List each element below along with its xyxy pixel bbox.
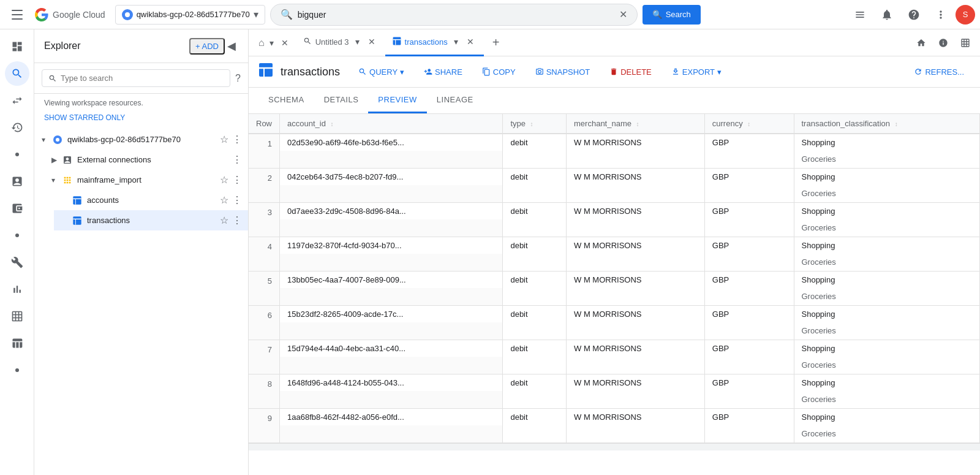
global-search-bar[interactable]: 🔍 ✕	[270, 4, 638, 26]
col-merchant-resize[interactable]: ↕	[636, 121, 639, 127]
tab-grid-btn[interactable]	[956, 33, 975, 53]
lineage-tab[interactable]: LINEAGE	[427, 88, 483, 113]
table-header: transactions QUERY ▾ SHARE COPY SNAPSHOT	[249, 56, 980, 88]
tree-transactions-item[interactable]: transactions ☆ ⋮	[54, 210, 248, 230]
search-button-label: Search	[666, 10, 691, 19]
transactions-label: transactions	[87, 216, 219, 225]
home-tab[interactable]: ⌂ ▾ ✕	[254, 29, 296, 56]
transactions-star-icon[interactable]: ☆	[219, 213, 230, 227]
cell-currency: GBP	[704, 202, 794, 219]
untitled3-tab-close[interactable]: ✕	[366, 36, 378, 48]
rail-table-btn[interactable]	[5, 331, 29, 355]
global-search-input[interactable]	[298, 10, 614, 20]
schema-tab[interactable]: SCHEMA	[258, 88, 314, 113]
new-tab-button[interactable]: +	[486, 33, 506, 53]
user-avatar[interactable]: S	[956, 5, 975, 25]
search-clear-icon[interactable]: ✕	[619, 9, 627, 20]
col-class-resize[interactable]: ↕	[895, 121, 898, 127]
home-tab-close[interactable]: ✕	[279, 37, 291, 49]
query-button[interactable]: QUERY ▾	[352, 64, 410, 80]
home-tab-icon: ⌂	[258, 37, 265, 48]
rail-insights-btn[interactable]	[5, 169, 29, 194]
tree-dataset-item[interactable]: ▾ mainframe_import ☆ ⋮	[44, 170, 248, 190]
tab-home-fill-btn[interactable]	[911, 33, 931, 53]
more-vert-icon-btn[interactable]	[929, 2, 953, 27]
untitled3-tab[interactable]: Untitled 3 ▾ ✕	[296, 29, 385, 56]
export-icon	[671, 67, 680, 76]
query-icon	[358, 67, 367, 76]
explorer-search-area: ?	[34, 63, 248, 94]
table-header-row: Row account_id ↕ type ↕ merchant_name ↕ …	[249, 114, 980, 134]
rail-dashboard-btn[interactable]	[5, 34, 29, 59]
cell-type: debit	[503, 237, 567, 254]
rail-search-btn[interactable]	[5, 61, 29, 86]
tree-project-item[interactable]: ▾ qwiklabs-gcp-02-86d51777be70 ☆ ⋮	[34, 129, 248, 150]
cell-row-num: 6	[249, 305, 280, 340]
rail-transfer-btn[interactable]	[5, 88, 29, 113]
rail-dot2-btn[interactable]	[5, 223, 29, 248]
rail-history-btn[interactable]	[5, 115, 29, 140]
snapshot-button[interactable]: SNAPSHOT	[529, 64, 597, 80]
horizontal-scrollbar[interactable]	[249, 443, 980, 450]
cell-currency-sub	[704, 425, 794, 443]
rail-chart-btn[interactable]	[5, 277, 29, 302]
explorer-search-input[interactable]	[61, 74, 224, 83]
copy-button[interactable]: COPY	[476, 64, 522, 80]
cell-type: debit	[503, 134, 567, 151]
rail-pipeline-btn[interactable]	[5, 196, 29, 221]
collapse-explorer-btn[interactable]: ◀	[225, 37, 238, 55]
tab-info-btn[interactable]	[933, 33, 953, 53]
preview-tab[interactable]: PREVIEW	[368, 88, 426, 113]
table-row-sub: Groceries	[249, 185, 980, 202]
menu-button[interactable]	[5, 2, 29, 27]
project-selector[interactable]: qwiklabs-gcp-02-86d51777be70 ▾	[115, 5, 265, 25]
cell-merchant-sub	[567, 288, 705, 305]
data-table-container[interactable]: Row account_id ↕ type ↕ merchant_name ↕ …	[249, 114, 980, 475]
accounts-star-icon[interactable]: ☆	[219, 193, 230, 207]
project-star-icon[interactable]: ☆	[219, 132, 230, 146]
transactions-tab-dropdown[interactable]: ▾	[451, 36, 461, 48]
transactions-tab-icon	[393, 37, 401, 47]
col-account-id-resize[interactable]: ↕	[331, 121, 334, 127]
col-currency-resize[interactable]: ↕	[747, 121, 750, 127]
show-starred-link[interactable]: SHOW STARRED ONLY	[34, 112, 248, 127]
explorer-search-box[interactable]	[42, 69, 230, 87]
transactions-table-icon	[71, 216, 83, 226]
rail-dot3-btn[interactable]	[5, 358, 29, 382]
terminal-icon-btn[interactable]	[848, 2, 872, 27]
dataset-star-icon[interactable]: ☆	[219, 173, 230, 187]
add-button[interactable]: + ADD	[189, 38, 225, 55]
tree-accounts-item[interactable]: accounts ☆ ⋮	[54, 190, 248, 210]
table-row: 30d7aee33-2d9c-4508-8d96-84a...debitW M …	[249, 202, 980, 219]
untitled3-tab-dropdown[interactable]: ▾	[353, 36, 362, 48]
details-tab[interactable]: DETAILS	[314, 88, 369, 113]
explorer-help-icon[interactable]: ?	[235, 73, 241, 84]
transactions-tab[interactable]: transactions ▾ ✕	[385, 29, 484, 56]
accounts-more-icon[interactable]: ⋮	[231, 193, 243, 207]
transactions-tab-close[interactable]: ✕	[464, 36, 477, 48]
cell-class2: Groceries	[794, 391, 980, 408]
cell-merchant: W M MORRISONS	[567, 305, 705, 322]
col-type-resize[interactable]: ↕	[530, 121, 533, 127]
tree-external-item[interactable]: ▶ External connections ⋮	[44, 150, 248, 170]
workspace-message: Viewing workspace resources.	[34, 94, 248, 112]
project-more-icon[interactable]: ⋮	[231, 132, 243, 146]
rail-grid-btn[interactable]	[5, 304, 29, 329]
project-children: ▶ External connections ⋮ ▾ mainframe_im	[34, 150, 248, 230]
cell-currency: GBP	[704, 374, 794, 391]
notifications-icon-btn[interactable]	[875, 2, 899, 27]
cell-merchant-sub	[567, 391, 705, 408]
refresh-button[interactable]: REFRES...	[908, 64, 970, 80]
delete-button[interactable]: DELETE	[603, 64, 658, 80]
cell-account-id-sub	[280, 357, 503, 374]
ext-more-icon[interactable]: ⋮	[231, 153, 243, 167]
rail-dot1-btn[interactable]	[5, 142, 29, 167]
home-tab-dropdown[interactable]: ▾	[267, 37, 276, 49]
search-button[interactable]: 🔍 Search	[643, 5, 701, 25]
transactions-more-icon[interactable]: ⋮	[231, 213, 243, 227]
share-button[interactable]: SHARE	[418, 64, 469, 80]
help-icon-btn[interactable]	[902, 2, 926, 27]
rail-tools-btn[interactable]	[5, 250, 29, 275]
dataset-more-icon[interactable]: ⋮	[231, 173, 243, 187]
export-button[interactable]: EXPORT ▾	[665, 64, 728, 80]
